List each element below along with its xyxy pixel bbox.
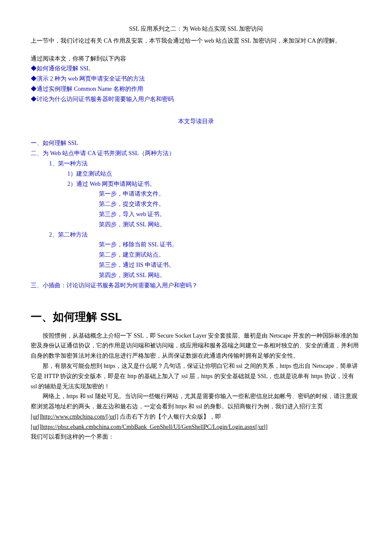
toc-l2-1-b-s3: 第三步，导入 web 证书。 <box>31 209 361 220</box>
document-page: SSL 应用系列之二：为 Web 站点实现 SSL 加密访问 上一节中，我们讨论… <box>0 0 392 555</box>
intro-paragraph: 上一节中，我们讨论过有关 CA 作用及安装，本节我会通过给一个 web 站点设置… <box>31 36 361 46</box>
body-p2: 那，有朋友可能会想到 https，这又是什么呢？几句话，保证让你明白它和 ssl… <box>31 361 361 391</box>
document-title: SSL 应用系列之二：为 Web 站点实现 SSL 加密访问 <box>31 24 361 34</box>
link-cmbchina-login[interactable]: [url]https://pbsz.ebank.cmbchina.com/Cmb… <box>31 424 268 430</box>
body-p3: 网络上，https 和 ssl 随处可见。当访问一些银行网站，尤其是需要你输入一… <box>31 391 361 432</box>
body-p1: 按照惯例，从基础概念上介绍一下 SSL，即 Secure Socket Laye… <box>31 331 361 361</box>
toc-l2-1-b-s4: 第四步，测试 SSL 网站。 <box>31 220 361 230</box>
bullet-item-3: ◆通过实例理解 Common Name 名称的作用 <box>31 84 361 94</box>
toc-l2-1: 1、第一种方法 <box>31 159 361 169</box>
body-p4: 我们可以看到这样的一个界面： <box>31 432 361 442</box>
toc-l2-2-s1: 第一步，移除当前 SSL 证书。 <box>31 240 361 250</box>
toc-title: 本文导读目录 <box>31 116 361 127</box>
section-1-heading-cn: 一、如何理解 <box>31 310 100 323</box>
toc-l2-2-s2: 第二步，建立测试站点。 <box>31 250 361 260</box>
understand-lead: 通过阅读本文，你将了解到以下内容 <box>31 54 361 64</box>
body-p3-pre: 网络上，https 和 ssl 随处可见。当访问一些银行网站，尤其是需要你输入一… <box>31 393 357 410</box>
spacer <box>31 46 361 54</box>
toc-l2-2: 2、第二种方法 <box>31 230 361 240</box>
toc-l1: 一、如何理解 SSL <box>31 138 361 148</box>
toc-l2: 二、为 Web 站点申请 CA 证书并测试 SSL（两种方法） <box>31 148 361 159</box>
section-1-heading: 一、如何理解 SSL <box>31 307 361 326</box>
link-cmbchina[interactable]: [url]http://www.cmbchina.com/[/url] <box>31 413 118 420</box>
toc-l2-2-s3: 第三步，通过 IIS 申请证书。 <box>31 260 361 270</box>
bullet-item-4: ◆讨论为什么访问证书服务器时需要输入用户名和密码 <box>31 94 361 104</box>
section-1-heading-en: SSL <box>100 310 122 323</box>
toc-l2-1-a: 1）建立测试站点 <box>31 169 361 179</box>
toc-l2-1-b-s2: 第二步，提交请求文件。 <box>31 199 361 209</box>
toc-l2-2-s4: 第四步，测试 SSL 网站。 <box>31 270 361 280</box>
bullet-item-2: ◆演示 2 种为 web 网页申请安全证书的方法 <box>31 74 361 84</box>
bullet-item-1: ◆如何通俗化理解 SSL <box>31 64 361 74</box>
toc-l2-1-b-s1: 第一步，申请请求文件。 <box>31 189 361 199</box>
toc-l2-1-b: 2）通过 Web 网页申请网站证书。 <box>31 179 361 189</box>
toc-l3: 三、小插曲：讨论访问证书服务器时为何需要输入用户和密码？ <box>31 280 361 291</box>
body-p3-mid: 点击右下方的【个人银行大众版】，即 <box>118 413 222 420</box>
